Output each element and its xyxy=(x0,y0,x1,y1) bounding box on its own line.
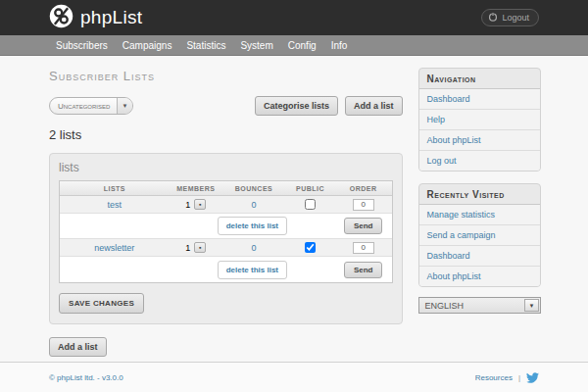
col-header-lists: LISTS xyxy=(60,185,170,192)
delete-list-button[interactable]: delete this list xyxy=(218,217,287,235)
col-header-members: MEMBERS xyxy=(170,185,222,192)
brand: phpList xyxy=(49,4,142,32)
navigation-panel-title: Navigation xyxy=(419,69,540,89)
lists-panel: lists LISTS MEMBERS BOUNCES PUBLIC ORDER… xyxy=(49,153,403,324)
public-checkbox[interactable] xyxy=(305,199,316,210)
recent-item-send-a-campaign[interactable]: Send a campaign xyxy=(419,225,540,245)
order-input[interactable] xyxy=(353,242,374,254)
send-order-button[interactable]: Send xyxy=(344,218,383,234)
members-count: 1 xyxy=(185,243,190,253)
nav-item-system[interactable]: System xyxy=(240,40,272,51)
language-dropdown-value: ENGLISH xyxy=(419,301,524,311)
navigation-panel: Navigation Dashboard Help About phpList … xyxy=(418,68,541,172)
table-row: newsletter 1 ▪ 0 xyxy=(60,239,392,257)
col-header-order: ORDER xyxy=(335,185,392,192)
add-list-button-bottom[interactable]: Add a list xyxy=(49,337,107,357)
list-name-link[interactable]: test xyxy=(108,200,122,210)
footer-separator: | xyxy=(518,373,520,382)
twitter-icon[interactable] xyxy=(526,371,539,384)
category-dropdown-value: Uncategorised xyxy=(50,102,117,111)
recent-item-about-phplist[interactable]: About phpList xyxy=(419,267,540,286)
sidebar-item-log-out[interactable]: Log out xyxy=(419,151,540,171)
sidebar-item-dashboard[interactable]: Dashboard xyxy=(419,89,540,109)
language-dropdown[interactable]: ENGLISH ▼ xyxy=(418,297,541,314)
save-changes-button[interactable]: SAVE CHANGES xyxy=(59,293,144,314)
order-input[interactable] xyxy=(353,199,374,211)
nav-item-statistics[interactable]: Statistics xyxy=(186,40,225,51)
add-list-button-top[interactable]: Add a list xyxy=(345,96,403,116)
toolbar-buttons: Categorise lists Add a list xyxy=(255,96,403,116)
list-toolbar: Uncategorised ▼ Categorise lists Add a l… xyxy=(49,96,403,116)
copyright-link[interactable]: © phpList ltd. - v3.0.0 xyxy=(49,373,123,382)
logout-button[interactable]: Logout xyxy=(481,9,539,26)
lists-panel-title: lists xyxy=(59,161,393,174)
phplist-logo-icon xyxy=(49,4,74,32)
lists-table: LISTS MEMBERS BOUNCES PUBLIC ORDER test … xyxy=(59,180,393,283)
footer-right: Resources | xyxy=(475,371,539,384)
table-row-actions: delete this list Send xyxy=(60,257,392,282)
send-order-button[interactable]: Send xyxy=(344,262,383,278)
resources-link[interactable]: Resources xyxy=(475,373,513,382)
bounces-link[interactable]: 0 xyxy=(252,243,257,253)
category-dropdown[interactable]: Uncategorised ▼ xyxy=(49,97,133,115)
members-count: 1 xyxy=(185,200,190,210)
members-detail-button[interactable]: ▪ xyxy=(194,242,206,253)
page-footer: © phpList ltd. - v3.0.0 Resources | xyxy=(0,362,588,392)
nav-item-subscribers[interactable]: Subscribers xyxy=(56,40,108,51)
chevron-down-icon: ▼ xyxy=(524,299,539,312)
bounces-link[interactable]: 0 xyxy=(252,200,257,210)
main-column: Subscriber Lists Uncategorised ▼ Categor… xyxy=(49,56,403,362)
nav-item-config[interactable]: Config xyxy=(288,40,317,51)
brand-name: phpList xyxy=(80,7,142,28)
recently-visited-panel-title: Recently Visited xyxy=(419,184,540,205)
delete-list-button[interactable]: delete this list xyxy=(218,261,287,279)
recent-item-manage-statistics[interactable]: Manage statistics xyxy=(419,205,540,224)
sidebar-item-about-phplist[interactable]: About phpList xyxy=(419,130,540,150)
nav-item-campaigns[interactable]: Campaigns xyxy=(122,40,172,51)
list-count: 2 lists xyxy=(49,127,403,142)
nav-item-info[interactable]: Info xyxy=(331,40,348,51)
sidebar-item-help[interactable]: Help xyxy=(419,110,540,129)
logout-label: Logout xyxy=(502,13,529,23)
public-checkbox[interactable] xyxy=(305,242,316,253)
content-area: Subscriber Lists Uncategorised ▼ Categor… xyxy=(0,56,588,362)
list-name-link[interactable]: newsletter xyxy=(94,243,134,253)
power-icon xyxy=(488,12,498,24)
table-row: test 1 ▪ 0 xyxy=(60,196,392,214)
recent-item-dashboard[interactable]: Dashboard xyxy=(419,246,540,266)
sidebar: Navigation Dashboard Help About phpList … xyxy=(418,56,541,362)
categorise-lists-button[interactable]: Categorise lists xyxy=(255,96,338,116)
recently-visited-panel: Recently Visited Manage statistics Send … xyxy=(418,183,541,287)
table-header-row: LISTS MEMBERS BOUNCES PUBLIC ORDER xyxy=(60,181,392,196)
chevron-down-icon: ▼ xyxy=(117,98,132,114)
members-detail-button[interactable]: ▪ xyxy=(194,199,206,210)
page-title: Subscriber Lists xyxy=(49,69,403,83)
table-row-actions: delete this list Send xyxy=(60,214,392,239)
col-header-public: PUBLIC xyxy=(285,185,335,192)
app-header: phpList Logout xyxy=(0,0,588,35)
main-nav: Subscribers Campaigns Statistics System … xyxy=(0,35,588,56)
col-header-bounces: BOUNCES xyxy=(222,185,285,192)
